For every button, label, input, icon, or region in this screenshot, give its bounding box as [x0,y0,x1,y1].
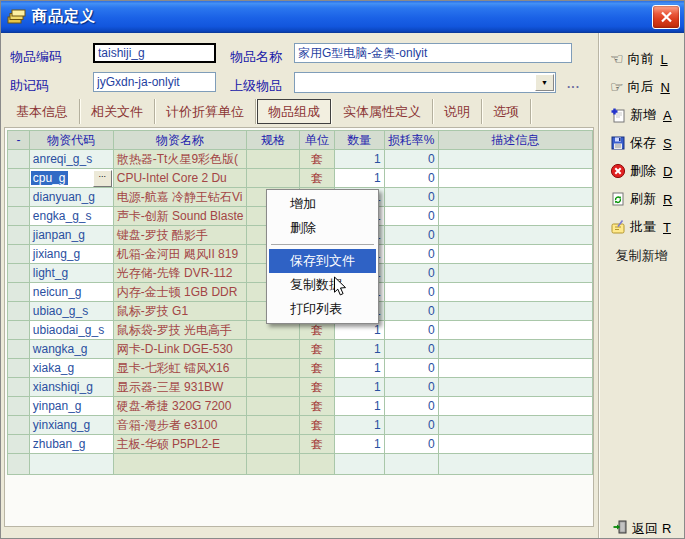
column-header-3[interactable]: 单位 [300,131,335,150]
cell-code[interactable]: jianpan_g [29,226,113,245]
return-button[interactable]: 返回 R [612,519,671,538]
header-corner[interactable]: - [8,131,30,150]
cell-unit[interactable]: 套 [300,359,335,378]
cell-loss[interactable]: 0 [384,283,438,302]
cell-qty[interactable]: 1 [334,359,384,378]
parent-item-combobox[interactable]: ▼ [294,72,556,93]
cell-unit[interactable]: 套 [300,397,335,416]
cell-desc[interactable] [438,169,592,188]
cell-code[interactable]: dianyuan_g [29,188,113,207]
cell-desc[interactable] [438,435,592,454]
cell-name[interactable]: 硬盘-希捷 320G 7200 [113,397,247,416]
tab-2[interactable]: 计价折算单位 [155,99,256,124]
cell-code[interactable]: wangka_g [29,340,113,359]
cell-loss[interactable]: 0 [384,226,438,245]
cell-loss[interactable]: 0 [384,264,438,283]
column-header-1[interactable]: 物资名称 [113,131,247,150]
cell-loss[interactable]: 0 [384,169,438,188]
cell-desc[interactable] [438,226,592,245]
column-header-4[interactable]: 数量 [334,131,384,150]
empty-cell[interactable] [113,454,247,475]
column-header-2[interactable]: 规格 [247,131,300,150]
cell-name[interactable]: 网卡-D-Link DGE-530 [113,340,247,359]
row-selector-cell[interactable] [8,264,30,283]
cell-code[interactable]: ubiaodai_g_s [29,321,113,340]
cell-spec[interactable] [247,340,300,359]
menu-item-5[interactable]: 打印列表 [269,297,376,321]
sidebar-button-3[interactable]: 保存S [610,132,682,154]
cell-desc[interactable] [438,359,592,378]
cell-code[interactable]: zhuban_g [29,435,113,454]
cell-unit[interactable]: 套 [300,150,335,169]
cell-unit[interactable]: 套 [300,378,335,397]
cell-spec[interactable] [247,150,300,169]
tab-1[interactable]: 相关文件 [80,99,155,124]
cell-name[interactable]: 电源-航嘉 冷静王钻石Vi [113,188,247,207]
empty-cell[interactable] [300,454,335,475]
cell-qty[interactable]: 1 [334,397,384,416]
cell-desc[interactable] [438,321,592,340]
cell-spec[interactable] [247,378,300,397]
menu-item-0[interactable]: 增加 [269,192,376,216]
menu-item-3[interactable]: 保存到文件 [269,249,376,273]
code-edit-cell[interactable]: cpu_g... [30,169,113,187]
row-selector-cell[interactable] [8,321,30,340]
cell-loss[interactable]: 0 [384,435,438,454]
chevron-down-icon[interactable]: ▼ [535,74,554,91]
cell-qty[interactable]: 1 [334,435,384,454]
cell-loss[interactable]: 0 [384,150,438,169]
cell-qty[interactable]: 1 [334,416,384,435]
ellipsis-button[interactable]: ... [93,170,112,187]
empty-cell[interactable] [247,454,300,475]
menu-item-4[interactable]: 复制数据 [269,273,376,297]
cell-loss[interactable]: 0 [384,302,438,321]
item-code-input[interactable] [93,43,216,63]
cell-loss[interactable]: 0 [384,397,438,416]
cell-loss[interactable]: 0 [384,245,438,264]
cell-code[interactable]: yinpan_g [29,397,113,416]
cell-spec[interactable] [247,397,300,416]
cell-name[interactable]: 内存-金士顿 1GB DDR [113,283,247,302]
sidebar-button-5[interactable]: 刷新R [610,188,682,210]
cell-unit[interactable]: 套 [300,340,335,359]
row-selector-cell[interactable] [8,150,30,169]
cell-name[interactable]: 声卡-创新 Sound Blaste [113,207,247,226]
cell-loss[interactable]: 0 [384,207,438,226]
cell-code[interactable]: cpu_g... [29,169,113,188]
cell-qty[interactable]: 1 [334,150,384,169]
row-selector-cell[interactable] [8,283,30,302]
row-selector-cell[interactable] [8,188,30,207]
cell-code[interactable]: neicun_g [29,283,113,302]
cell-name[interactable]: 光存储-先锋 DVR-112 [113,264,247,283]
sidebar-button-0[interactable]: ☜向前L [610,48,682,70]
cell-name[interactable]: 散热器-Tt火星9彩色版( [113,150,247,169]
cell-name[interactable]: 鼠标-罗技 G1 [113,302,247,321]
cell-qty[interactable]: 1 [334,340,384,359]
cell-code[interactable]: xianshiqi_g [29,378,113,397]
tab-0[interactable]: 基本信息 [5,99,80,124]
cell-unit[interactable]: 套 [300,169,335,188]
column-header-0[interactable]: 物资代码 [29,131,113,150]
cell-desc[interactable] [438,416,592,435]
cell-qty[interactable]: 1 [334,378,384,397]
cell-desc[interactable] [438,264,592,283]
item-name-input[interactable] [294,43,572,63]
sidebar-button-6[interactable]: 批量T [610,216,682,238]
cell-desc[interactable] [438,340,592,359]
titlebar[interactable]: 商品定义 [1,1,684,33]
cell-name[interactable]: 音箱-漫步者 e3100 [113,416,247,435]
cell-name[interactable]: 显卡-七彩虹 镭风X16 [113,359,247,378]
row-selector-cell[interactable] [8,245,30,264]
cell-name[interactable]: 键盘-罗技 酷影手 [113,226,247,245]
cell-code[interactable]: yinxiang_g [29,416,113,435]
cell-loss[interactable]: 0 [384,340,438,359]
copy-new-button[interactable]: 复制新增 [599,247,684,265]
row-selector-cell[interactable] [8,302,30,321]
row-selector-cell[interactable] [8,359,30,378]
cell-desc[interactable] [438,302,592,321]
cell-name[interactable]: 机箱-金河田 飓风II 819 [113,245,247,264]
menu-item-1[interactable]: 删除 [269,216,376,240]
close-button[interactable] [652,5,680,29]
cell-desc[interactable] [438,378,592,397]
cell-spec[interactable] [247,169,300,188]
